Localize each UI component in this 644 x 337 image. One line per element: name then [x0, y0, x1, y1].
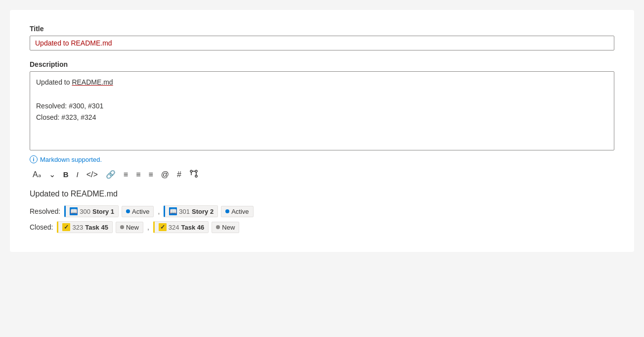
link-button[interactable]: 🔗 — [103, 169, 119, 181]
mention-icon: @ — [161, 171, 169, 179]
story2-status-dot — [225, 209, 229, 213]
task1-status-badge[interactable]: New — [116, 222, 143, 233]
unordered-list-button[interactable]: ≡ — [121, 169, 131, 181]
story1-status-text: Active — [132, 208, 149, 215]
task2-icon: ✓ — [159, 223, 167, 231]
description-closed: Closed: #323, #324 — [36, 113, 96, 121]
story1-status-dot — [126, 209, 130, 213]
task2-number: 324 — [169, 224, 179, 231]
resolved-row: Resolved: 📖 300 Story 1 Active , 📖 301 S… — [30, 205, 614, 217]
task2-status-dot — [216, 225, 220, 229]
story1-number: 300 — [80, 208, 90, 215]
italic-icon: I — [77, 171, 79, 178]
hash-icon: # — [177, 171, 181, 179]
code-button[interactable]: </> — [84, 169, 101, 181]
task2-chip[interactable]: ✓ 324 Task 46 — [153, 221, 209, 233]
task2-status-text: New — [222, 224, 235, 231]
separator2: , — [147, 223, 149, 231]
task1-chip[interactable]: ✓ 323 Task 45 — [57, 221, 112, 233]
code-icon: </> — [86, 171, 98, 179]
svg-point-1 — [195, 175, 197, 177]
story2-number: 301 — [179, 208, 190, 215]
closed-row: Closed: ✓ 323 Task 45 New , ✓ 324 Task 4… — [30, 221, 614, 233]
task2-name: Task 46 — [181, 224, 205, 231]
format-text-button[interactable]: Aₐ — [30, 169, 44, 181]
bold-button[interactable]: B — [60, 169, 72, 180]
chevron-down-icon: ⌄ — [49, 171, 55, 179]
task1-status-dot — [120, 225, 124, 229]
bold-icon: B — [63, 171, 69, 178]
closed-label: Closed: — [30, 223, 53, 231]
ordered-list-icon: ≡ — [136, 171, 140, 179]
story2-status-badge[interactable]: Active — [221, 206, 253, 217]
description-resolved: Resolved: #300, #301 — [36, 102, 103, 110]
story-icon: 📖 — [70, 207, 78, 215]
story1-chip[interactable]: 📖 300 Story 1 — [64, 205, 119, 217]
story1-status-badge[interactable]: Active — [122, 206, 154, 217]
resolved-label: Resolved: — [30, 207, 60, 215]
description-textarea[interactable]: Updated to README.mdResolved: #300, #301… — [30, 71, 614, 150]
title-label: Title — [30, 25, 614, 33]
task1-name: Task 45 — [85, 224, 108, 231]
story2-status-text: Active — [231, 208, 249, 215]
info-icon: i — [30, 155, 38, 163]
description-section: Description Updated to README.mdResolved… — [30, 60, 614, 150]
title-input[interactable] — [30, 36, 614, 50]
link-icon: 🔗 — [106, 171, 116, 179]
task-list-icon: ≡ — [149, 171, 153, 179]
mention-button[interactable]: @ — [158, 169, 172, 181]
description-label: Description — [30, 60, 614, 68]
italic-button[interactable]: I — [74, 169, 82, 180]
markdown-note: i Markdown supported. — [30, 155, 614, 163]
svg-point-2 — [195, 170, 197, 172]
story2-name: Story 2 — [192, 208, 214, 215]
task1-icon: ✓ — [62, 223, 70, 231]
separator1: , — [158, 207, 160, 215]
svg-point-0 — [190, 170, 192, 172]
description-text-pre: Updated to — [36, 78, 72, 86]
pullrequest-button[interactable] — [186, 167, 201, 182]
preview-title: Updated to README.md — [30, 190, 614, 198]
story2-chip[interactable]: 📖 301 Story 2 — [164, 205, 218, 217]
unordered-list-icon: ≡ — [124, 171, 128, 179]
task-list-button[interactable]: ≡ — [146, 169, 156, 181]
format-icon: Aₐ — [33, 171, 41, 179]
story2-icon: 📖 — [169, 207, 177, 215]
hash-button[interactable]: # — [174, 169, 184, 181]
task1-status-text: New — [126, 224, 139, 231]
format-dropdown-button[interactable]: ⌄ — [46, 169, 58, 181]
task1-number: 323 — [72, 224, 83, 231]
description-readme-link[interactable]: README.md — [72, 78, 113, 86]
markdown-note-text: Markdown supported. — [40, 156, 102, 163]
ordered-list-button[interactable]: ≡ — [133, 169, 143, 181]
story1-name: Story 1 — [92, 208, 114, 215]
description-toolbar: Aₐ ⌄ B I </> 🔗 ≡ ≡ ≡ @ # — [30, 167, 614, 182]
main-container: Title Description Updated to README.mdRe… — [10, 10, 634, 252]
task2-status-badge[interactable]: New — [212, 222, 239, 233]
pullrequest-icon — [189, 169, 198, 180]
